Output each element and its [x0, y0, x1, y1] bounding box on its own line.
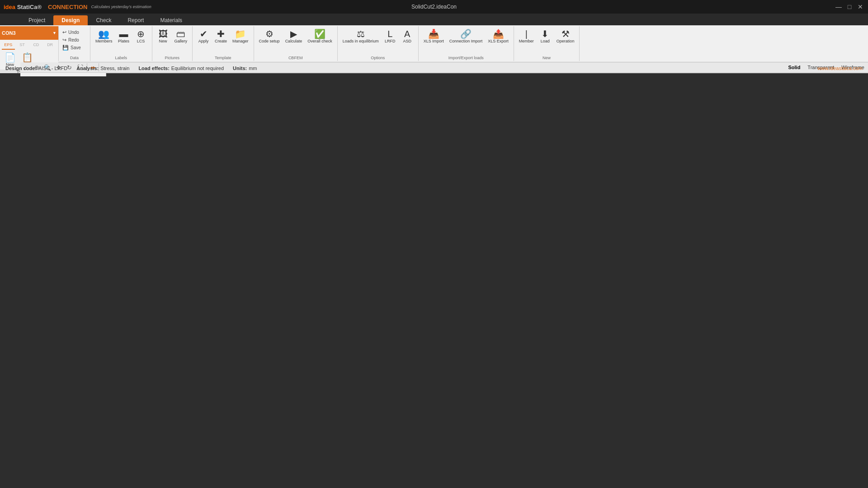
create-icon: ✚: [217, 29, 225, 38]
tab-check[interactable]: Check: [88, 15, 119, 25]
tree-section-members: ▼ Members ✔ B ✔ B1: [20, 75, 106, 76]
xls-export-icon: 📤: [493, 29, 504, 38]
group-label-options: Options: [340, 56, 415, 61]
titlebar-controls[interactable]: — □ ✕: [835, 3, 864, 11]
manager-btn[interactable]: 📁 Manager: [230, 28, 251, 45]
group-label-data: Data: [61, 56, 87, 61]
group-label-template: Template: [195, 56, 251, 61]
apply-icon: ✔: [200, 29, 208, 38]
group-template: ✔ Apply ✚ Create 📁 Manager Template: [193, 26, 254, 61]
group-label-labels: Labels: [93, 56, 149, 61]
tab-design[interactable]: Design: [53, 15, 88, 25]
load-effects-status-item: Load effects: Equilibrium not required: [138, 66, 224, 71]
design-code-label: Design code:: [5, 66, 37, 71]
plates-btn[interactable]: ▬ Plates: [116, 28, 132, 45]
code-setup-icon: ⚙: [265, 29, 274, 38]
xls-export-btn[interactable]: 📤 XLS Export: [486, 28, 511, 45]
units-label: Units:: [233, 66, 247, 71]
copy-icon: 📋: [22, 53, 33, 62]
overall-check-icon: ✅: [314, 29, 326, 38]
lcs-icon: ⊕: [137, 29, 145, 38]
plates-icon: ▬: [119, 29, 128, 38]
group-import-export: 📥 XLS Import 🔗 Connection Import 📤 XLS E…: [419, 26, 514, 61]
group-labels: 👥 Members ▬ Plates ⊕ LCS Labels: [90, 26, 152, 61]
xls-import-icon: 📥: [428, 29, 439, 38]
group-pictures: 🖼 New 🗃 Gallery Pictures: [152, 26, 193, 61]
units-value: mm: [249, 66, 257, 71]
group-label-new: New: [517, 56, 577, 61]
save-btn[interactable]: 💾 Save: [61, 44, 82, 51]
eps-tab-st[interactable]: ST: [16, 41, 29, 50]
group-undo-redo: ↩ Undo ↪ Redo 💾 Save Data: [59, 26, 90, 61]
analysis-label: Analysis:: [76, 66, 99, 71]
minimize-btn[interactable]: —: [835, 3, 843, 11]
undo-btn[interactable]: ↩ Undo: [61, 29, 80, 36]
group-label-pictures: Pictures: [155, 56, 190, 61]
conn-import-icon: 🔗: [460, 29, 472, 38]
group-label-cbfem: CBFEM: [257, 56, 335, 61]
members-section-header[interactable]: ▼ Members: [20, 75, 106, 76]
load-effects-status-value: Equilibrium not required: [171, 66, 224, 71]
window-title: SolidCut2.ideaCon: [411, 4, 457, 10]
maximize-btn[interactable]: □: [845, 3, 854, 11]
ribbon-toolbar: CON3 ▼ EPS ST CD DR 📄 New 📋 Cop: [0, 25, 868, 62]
units-item: Units: mm: [233, 66, 257, 71]
create-btn[interactable]: ✚ Create: [212, 28, 229, 45]
loads-eq-icon: ⚖: [357, 29, 365, 38]
code-setup-btn[interactable]: ⚙ Code setup: [257, 28, 282, 45]
manager-icon: 📁: [235, 29, 246, 38]
member-btn[interactable]: | Member: [517, 28, 536, 45]
tab-materials[interactable]: Materials: [152, 15, 190, 25]
apply-btn[interactable]: ✔ Apply: [195, 28, 212, 45]
group-cbfem: ⚙ Code setup ▶ Calculate ✅ Overall check…: [254, 26, 338, 61]
loads-equilibrium-btn[interactable]: ⚖ Loads in equilibrium: [340, 28, 381, 45]
xls-import-btn[interactable]: 📥 XLS Import: [421, 28, 446, 45]
group-new: | Member ⬇ Load ⚒ Operation New: [514, 26, 580, 61]
titlebar: idea StatiCa® CONNECTION Calculates yest…: [0, 0, 868, 14]
titlebar-left: idea StatiCa® CONNECTION Calculates yest…: [4, 4, 151, 10]
group-project-items: CON3 ▼ EPS ST CD DR 📄 New 📋 Cop: [0, 26, 59, 61]
ribbon-tabs: Project Design Check Report Materials: [0, 14, 868, 25]
load-btn[interactable]: ⬇ Load: [537, 28, 553, 45]
eps-tab-eps[interactable]: EPS: [2, 41, 15, 50]
analysis-item: Analysis: Stress, strain: [76, 66, 129, 71]
tab-project[interactable]: Project: [20, 15, 53, 25]
asd-btn[interactable]: A ASD: [399, 28, 415, 45]
asd-icon: A: [404, 29, 410, 38]
titlebar-subtitle: Calculates yesterday's estimation: [91, 5, 151, 9]
design-code-value: AISC - LRFD: [38, 66, 67, 71]
new-icon: 📄: [5, 53, 16, 62]
lcs-btn[interactable]: ⊕ LCS: [133, 28, 149, 45]
tree-panel: ▼ Members ✔ B ✔ B1 ▼ L: [20, 73, 106, 76]
tab-report[interactable]: Report: [119, 15, 152, 25]
redo-btn[interactable]: ↪ Redo: [61, 37, 80, 43]
eps-tab-cd[interactable]: CD: [30, 41, 43, 50]
eps-tab-dr[interactable]: DR: [43, 41, 57, 50]
calculate-btn[interactable]: ▶ Calculate: [283, 28, 305, 45]
member-icon: |: [525, 29, 528, 38]
lrfd-btn[interactable]: L LRFD: [382, 28, 398, 45]
group-options: ⚖ Loads in equilibrium L LRFD A ASD Opti…: [338, 26, 419, 61]
connection-label: CONNECTION: [48, 4, 87, 10]
new-picture-btn[interactable]: 🖼 New: [155, 28, 171, 45]
gallery-icon: 🗃: [176, 29, 185, 38]
app-logo: idea StatiCa®: [4, 4, 42, 10]
website-link[interactable]: www.ideastaica.com: [817, 66, 863, 71]
members-icon: 👥: [98, 29, 109, 38]
operation-icon: ⚒: [561, 29, 570, 38]
con-dropdown[interactable]: CON3 ▼: [0, 26, 58, 40]
group-label-import-export: Import/Export loads: [421, 56, 511, 61]
operation-btn[interactable]: ⚒ Operation: [554, 28, 577, 45]
connection-import-btn[interactable]: 🔗 Connection Import: [447, 28, 485, 45]
close-btn[interactable]: ✕: [856, 3, 864, 11]
lrfd-icon: L: [387, 29, 392, 38]
redo-icon: ↪: [62, 37, 66, 43]
gallery-btn[interactable]: 🗃 Gallery: [172, 28, 190, 45]
solid-view-btn[interactable]: Solid: [784, 62, 804, 72]
analysis-value: Stress, strain: [100, 66, 129, 71]
new-picture-icon: 🖼: [159, 29, 168, 38]
members-btn[interactable]: 👥 Members: [93, 28, 115, 45]
load-icon: ⬇: [541, 29, 549, 38]
calculate-icon: ▶: [290, 29, 297, 38]
overall-check-btn[interactable]: ✅ Overall check: [305, 28, 335, 45]
